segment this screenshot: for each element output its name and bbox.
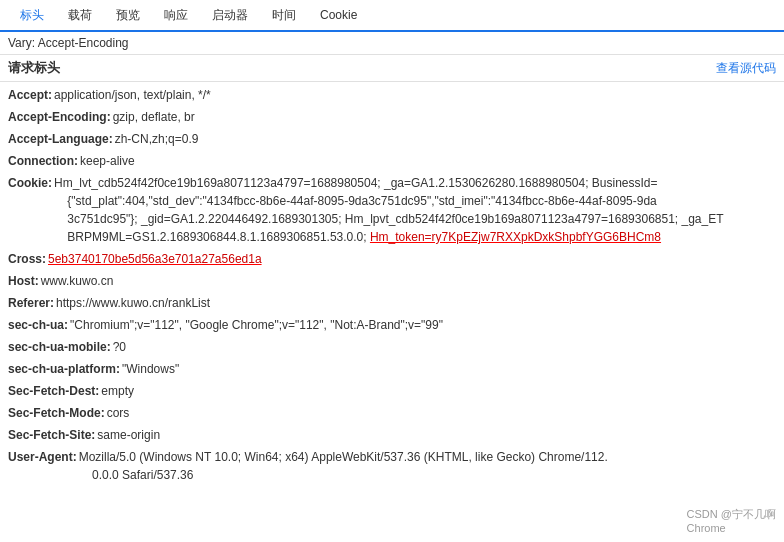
- header-val-accept-language: zh-CN,zh;q=0.9: [115, 130, 199, 148]
- tab-cookie[interactable]: Cookie: [308, 2, 369, 28]
- header-sec-ch-ua: sec-ch-ua: "Chromium";v="112", "Google C…: [8, 314, 776, 336]
- header-val-sec-fetch-site: same-origin: [97, 426, 160, 444]
- section-header: 请求标头 查看源代码: [0, 55, 784, 81]
- header-val-host: www.kuwo.cn: [41, 272, 114, 290]
- token-value: Hm_token=ry7KpEZjw7RXXpkDxkShpbfYGG6BHCm…: [370, 230, 661, 244]
- header-val-sec-ch-ua-platform: "Windows": [122, 360, 179, 378]
- header-accept-encoding: Accept-Encoding: gzip, deflate, br: [8, 106, 776, 128]
- header-val-accept: application/json, text/plain, */*: [54, 86, 211, 104]
- header-val-sec-ch-ua-mobile: ?0: [113, 338, 126, 356]
- tab-headers[interactable]: 标头: [8, 1, 56, 32]
- header-sec-ch-ua-platform: sec-ch-ua-platform: "Windows": [8, 358, 776, 380]
- header-referer: Referer: https://www.kuwo.cn/rankList: [8, 292, 776, 314]
- header-accept-language: Accept-Language: zh-CN,zh;q=0.9: [8, 128, 776, 150]
- tab-response[interactable]: 响应: [152, 1, 200, 30]
- header-key-referer: Referer:: [8, 294, 54, 312]
- header-key-cross: Cross:: [8, 250, 46, 268]
- header-key-accept: Accept:: [8, 86, 52, 104]
- header-connection: Connection: keep-alive: [8, 150, 776, 172]
- tab-payload[interactable]: 载荷: [56, 1, 104, 30]
- header-key-sec-ch-ua-mobile: sec-ch-ua-mobile:: [8, 338, 111, 356]
- watermark-chrome: Chrome: [687, 522, 776, 534]
- header-sec-fetch-mode: Sec-Fetch-Mode: cors: [8, 402, 776, 424]
- tab-preview[interactable]: 预览: [104, 1, 152, 30]
- header-key-sec-fetch-mode: Sec-Fetch-Mode:: [8, 404, 105, 422]
- header-key-sec-ch-ua-platform: sec-ch-ua-platform:: [8, 360, 120, 378]
- watermark-csdn: CSDN @宁不几啊: [687, 507, 776, 522]
- vary-label: Vary:: [8, 36, 35, 50]
- header-key-host: Host:: [8, 272, 39, 290]
- watermark: CSDN @宁不几啊 Chrome: [687, 507, 776, 534]
- header-val-cross: 5eb3740170be5d56a3e701a27a56ed1a: [48, 250, 262, 268]
- header-sec-fetch-dest: Sec-Fetch-Dest: empty: [8, 380, 776, 402]
- header-user-agent: User-Agent: Mozilla/5.0 (Windows NT 10.0…: [8, 446, 776, 486]
- header-key-accept-encoding: Accept-Encoding:: [8, 108, 111, 126]
- header-key-user-agent: User-Agent:: [8, 448, 77, 484]
- header-sec-fetch-site: Sec-Fetch-Site: same-origin: [8, 424, 776, 446]
- header-key-sec-fetch-site: Sec-Fetch-Site:: [8, 426, 95, 444]
- header-val-sec-fetch-mode: cors: [107, 404, 130, 422]
- header-val-sec-fetch-dest: empty: [101, 382, 134, 400]
- header-cookie: Cookie: Hm_lvt_cdb524f42f0ce19b169a80711…: [8, 172, 776, 248]
- header-key-sec-ch-ua: sec-ch-ua:: [8, 316, 68, 334]
- header-key-sec-fetch-dest: Sec-Fetch-Dest:: [8, 382, 99, 400]
- header-key-accept-language: Accept-Language:: [8, 130, 113, 148]
- header-key-cookie: Cookie:: [8, 174, 52, 246]
- view-source-link[interactable]: 查看源代码: [716, 60, 776, 77]
- header-val-cookie: Hm_lvt_cdb524f42f0ce19b169a8071123a4797=…: [54, 174, 724, 246]
- tab-initiator[interactable]: 启动器: [200, 1, 260, 30]
- header-rows: Accept: application/json, text/plain, */…: [0, 82, 784, 488]
- header-val-user-agent: Mozilla/5.0 (Windows NT 10.0; Win64; x64…: [79, 448, 608, 484]
- header-accept: Accept: application/json, text/plain, */…: [8, 84, 776, 106]
- header-val-connection: keep-alive: [80, 152, 135, 170]
- header-val-referer: https://www.kuwo.cn/rankList: [56, 294, 210, 312]
- header-val-accept-encoding: gzip, deflate, br: [113, 108, 195, 126]
- vary-row: Vary: Accept-Encoding: [0, 32, 784, 55]
- header-cross: Cross: 5eb3740170be5d56a3e701a27a56ed1a: [8, 248, 776, 270]
- tab-timing[interactable]: 时间: [260, 1, 308, 30]
- request-headers-title: 请求标头: [8, 59, 60, 77]
- header-host: Host: www.kuwo.cn: [8, 270, 776, 292]
- header-key-connection: Connection:: [8, 152, 78, 170]
- header-sec-ch-ua-mobile: sec-ch-ua-mobile: ?0: [8, 336, 776, 358]
- tab-bar: 标头 载荷 预览 响应 启动器 时间 Cookie: [0, 0, 784, 32]
- header-val-sec-ch-ua: "Chromium";v="112", "Google Chrome";v="1…: [70, 316, 443, 334]
